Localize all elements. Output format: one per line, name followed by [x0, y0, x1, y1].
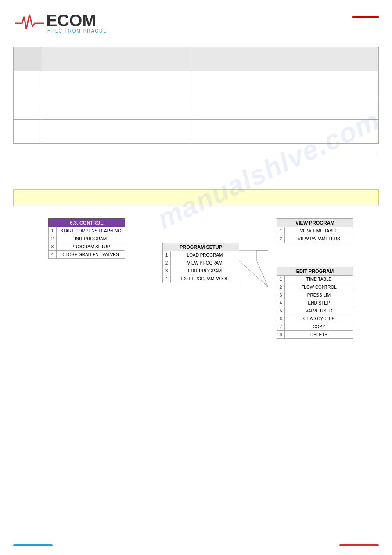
edit-prog-label-6: GRAD CYCLES [285, 315, 353, 323]
edit-prog-item-3: 3 PRESS LIM [277, 291, 353, 299]
prog-setup-label-2: VIEW PROGRAM [171, 259, 239, 267]
control-item-label-3: PROGRAM SETUP [57, 243, 125, 250]
edit-prog-num-7: 7 [277, 323, 285, 330]
table-cell-mid [42, 47, 191, 71]
edit-prog-num-3: 3 [277, 291, 285, 299]
control-item-label-1: START COMPENS.LEARNING [57, 227, 125, 235]
menu-container: 6.3. CONTROL 1 START COMPENS.LEARNING 2 … [13, 218, 379, 350]
footer-line-right [339, 544, 379, 546]
table-cell-mid [42, 120, 191, 144]
control-item-num-2: 2 [49, 235, 57, 243]
prog-setup-num-2: 2 [163, 259, 171, 267]
control-item-num-3: 3 [49, 243, 57, 250]
table-cell-num [14, 95, 42, 120]
svg-text:HPLC FROM PRAGUE: HPLC FROM PRAGUE [47, 29, 107, 33]
table-cell-num [14, 47, 42, 71]
table-cell-right [191, 120, 379, 144]
control-item-num-4: 4 [49, 251, 57, 258]
edit-program-menu-box: EDIT PROGRAM 1 TIME TABLE 2 FLOW CONTROL… [277, 267, 353, 339]
logo-area: ECOM HPLC FROM PRAGUE [13, 8, 110, 34]
edit-prog-num-8: 8 [277, 331, 285, 338]
prog-setup-item-4: 4 EXIT PROGRAM MODE [162, 275, 239, 283]
control-menu-box: 6.3. CONTROL 1 START COMPENS.LEARNING 2 … [48, 218, 125, 259]
footer-line-left [13, 544, 53, 546]
edit-prog-label-8: DELETE [285, 331, 353, 338]
prog-setup-item-2: 2 VIEW PROGRAM [162, 259, 239, 267]
table-row [14, 71, 379, 95]
view-prog-num-1: 1 [277, 227, 285, 235]
control-item-3: 3 PROGRAM SETUP [48, 243, 125, 251]
edit-prog-num-6: 6 [277, 315, 285, 323]
table-cell-num [14, 120, 42, 144]
control-item-num-1: 1 [49, 227, 57, 235]
prog-setup-num-3: 3 [163, 267, 171, 275]
edit-prog-label-4: END STEP [285, 299, 353, 307]
menu-section: 6.3. CONTROL 1 START COMPENS.LEARNING 2 … [13, 218, 379, 350]
lines-section [13, 152, 379, 154]
prog-setup-label-3: EDIT PROGRAM [171, 267, 239, 275]
main-table [13, 47, 379, 144]
edit-prog-item-4: 4 END STEP [277, 299, 353, 307]
edit-prog-item-8: 8 DELETE [277, 331, 353, 339]
svg-text:ECOM: ECOM [46, 11, 96, 30]
ecom-logo: ECOM HPLC FROM PRAGUE [13, 8, 110, 34]
control-item-label-2: INIT PROGRAM [57, 235, 125, 243]
edit-prog-item-2: 2 FLOW CONTROL [277, 283, 353, 291]
prog-setup-num-1: 1 [163, 251, 171, 259]
edit-prog-num-4: 4 [277, 299, 285, 307]
header: ECOM HPLC FROM PRAGUE [0, 0, 392, 39]
edit-prog-label-7: COPY [285, 323, 353, 330]
view-program-menu-box: VIEW PROGRAM 1 VIEW TIME TABLE 2 VIEW PA… [277, 218, 353, 243]
table-cell-mid [42, 71, 191, 95]
control-item-label-4: CLOSE GRADIENT VALVES [57, 251, 125, 258]
control-item-4: 4 CLOSE GRADIENT VALVES [48, 251, 125, 259]
edit-prog-label-2: FLOW CONTROL [285, 283, 353, 291]
table-cell-right [191, 95, 379, 120]
separator-line-1 [13, 152, 379, 152]
table-cell-right [191, 47, 379, 71]
view-prog-label-2: VIEW PARAMETERS [285, 235, 353, 243]
table-row [14, 95, 379, 120]
table-row [14, 120, 379, 144]
edit-prog-num-5: 5 [277, 307, 285, 315]
table-cell-right [191, 71, 379, 95]
view-prog-label-1: VIEW TIME TABLE [285, 227, 353, 235]
program-setup-title: PROGRAM SETUP [162, 243, 239, 251]
yellow-band [13, 189, 379, 206]
separator-line-2 [13, 154, 379, 154]
table-cell-num [14, 71, 42, 95]
view-program-title: VIEW PROGRAM [277, 218, 353, 227]
edit-prog-num-2: 2 [277, 283, 285, 291]
program-setup-menu-box: PROGRAM SETUP 1 LOAD PROGRAM 2 VIEW PROG… [162, 243, 239, 283]
control-title: 6.3. CONTROL [48, 218, 125, 227]
edit-prog-label-3: PRESS LIM [285, 291, 353, 299]
svg-line-4 [239, 261, 268, 287]
prog-setup-label-1: LOAD PROGRAM [171, 251, 239, 259]
prog-setup-num-4: 4 [163, 275, 171, 283]
prog-setup-item-3: 3 EDIT PROGRAM [162, 267, 239, 275]
edit-prog-label-1: TIME TABLE [285, 276, 353, 283]
control-item-2: 2 INIT PROGRAM [48, 235, 125, 243]
edit-prog-item-5: 5 VALVE USED [277, 307, 353, 315]
edit-prog-item-1: 1 TIME TABLE [277, 276, 353, 283]
table-section [13, 47, 379, 144]
view-prog-num-2: 2 [277, 235, 285, 243]
svg-line-7 [257, 261, 268, 287]
table-row [14, 47, 379, 71]
footer [0, 544, 392, 546]
prog-setup-item-1: 1 LOAD PROGRAM [162, 251, 239, 259]
view-prog-item-2: 2 VIEW PARAMETERS [277, 235, 353, 243]
edit-prog-label-5: VALVE USED [285, 307, 353, 315]
view-prog-item-1: 1 VIEW TIME TABLE [277, 227, 353, 235]
header-accent-line [352, 16, 379, 18]
table-cell-mid [42, 95, 191, 120]
edit-program-title: EDIT PROGRAM [277, 267, 353, 276]
prog-setup-label-4: EXIT PROGRAM MODE [171, 275, 239, 283]
edit-prog-item-7: 7 COPY [277, 323, 353, 331]
edit-prog-num-1: 1 [277, 276, 285, 283]
edit-prog-item-6: 6 GRAD CYCLES [277, 315, 353, 323]
control-item-1: 1 START COMPENS.LEARNING [48, 227, 125, 235]
